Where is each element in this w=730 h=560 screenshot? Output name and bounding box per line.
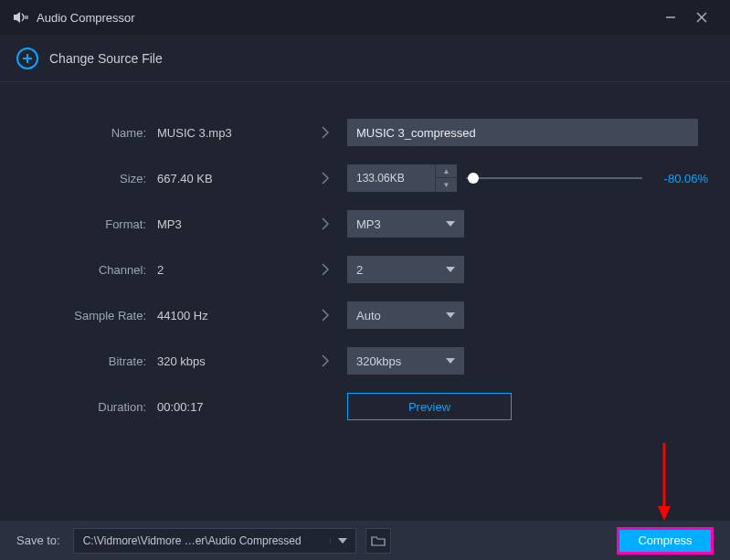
change-source-label: Change Source File (49, 51, 163, 66)
minimize-button[interactable] (655, 1, 686, 34)
plus-circle-icon (16, 48, 38, 69)
save-path-value: C:\Vidmore\Vidmore …er\Audio Compressed (74, 534, 330, 547)
row-name: Name: MUSIC 3.mp3 (0, 119, 708, 146)
duration-value: 00:00:17 (157, 400, 303, 414)
chevron-right-icon (303, 263, 347, 276)
chevron-down-icon (446, 312, 455, 318)
bitrate-value: 320 kbps (157, 354, 303, 368)
chevron-right-icon (303, 354, 347, 367)
folder-icon (371, 534, 386, 547)
size-spinner[interactable]: 133.06KB ▲ ▼ (347, 164, 457, 192)
name-label: Name: (0, 126, 157, 140)
audio-icon (13, 10, 29, 25)
bitrate-label: Bitrate: (0, 354, 157, 368)
channel-select[interactable]: 2 (347, 256, 464, 283)
chevron-right-icon (303, 217, 347, 230)
size-percent: -80.06% (650, 172, 708, 185)
bitrate-select[interactable]: 320kbps (347, 347, 464, 375)
bitrate-select-value: 320kbps (356, 354, 401, 368)
format-value: MP3 (157, 217, 303, 231)
size-slider[interactable] (466, 177, 642, 179)
name-value: MUSIC 3.mp3 (157, 126, 303, 140)
svg-rect-0 (14, 15, 16, 20)
open-folder-button[interactable] (365, 528, 391, 554)
close-button[interactable] (686, 1, 717, 34)
save-to-label: Save to: (16, 534, 60, 547)
spinner-up-icon[interactable]: ▲ (436, 164, 457, 178)
size-spinner-value: 133.06KB (347, 172, 435, 185)
compress-label: Compress (638, 534, 692, 547)
row-bitrate: Bitrate: 320 kbps 320kbps (0, 347, 708, 375)
chevron-down-icon (446, 221, 455, 227)
channel-value: 2 (157, 263, 303, 277)
compress-button[interactable]: Compress (617, 527, 714, 555)
main-panel: Name: MUSIC 3.mp3 Size: 667.40 KB 133.06… (0, 82, 730, 420)
size-value: 667.40 KB (157, 172, 303, 185)
channel-label: Channel: (0, 263, 157, 277)
format-select-value: MP3 (356, 217, 381, 231)
output-name-input[interactable] (347, 119, 698, 146)
row-channel: Channel: 2 2 (0, 256, 708, 283)
format-select[interactable]: MP3 (347, 210, 464, 238)
chevron-right-icon (303, 172, 347, 185)
footer-bar: Save to: C:\Vidmore\Vidmore …er\Audio Co… (0, 521, 730, 560)
row-size: Size: 667.40 KB 133.06KB ▲ ▼ -80.06% (0, 164, 708, 192)
sample-rate-select[interactable]: Auto (347, 301, 464, 329)
sample-rate-value: 44100 Hz (157, 309, 303, 322)
chevron-down-icon (446, 267, 455, 272)
spinner-down-icon[interactable]: ▼ (436, 178, 457, 192)
chevron-right-icon (303, 309, 347, 322)
size-label: Size: (0, 172, 157, 185)
app-logo: Audio Compressor (13, 10, 135, 25)
preview-label: Preview (408, 400, 450, 414)
sample-rate-select-value: Auto (356, 309, 381, 322)
duration-label: Duration: (0, 400, 157, 414)
row-duration: Duration: 00:00:17 Preview (0, 393, 708, 420)
chevron-down-icon[interactable] (330, 538, 355, 544)
titlebar: Audio Compressor (0, 0, 730, 35)
save-path-select[interactable]: C:\Vidmore\Vidmore …er\Audio Compressed (73, 528, 356, 554)
row-format: Format: MP3 MP3 (0, 210, 708, 238)
sample-rate-label: Sample Rate: (0, 309, 157, 322)
chevron-right-icon (303, 126, 347, 139)
row-sample-rate: Sample Rate: 44100 Hz Auto (0, 301, 708, 329)
preview-button[interactable]: Preview (347, 393, 512, 420)
channel-select-value: 2 (356, 263, 363, 277)
app-title: Audio Compressor (37, 11, 135, 25)
svg-marker-9 (658, 506, 671, 521)
chevron-down-icon (446, 358, 455, 364)
format-label: Format: (0, 217, 157, 231)
callout-arrow-icon (655, 438, 673, 521)
change-source-bar[interactable]: Change Source File (0, 35, 730, 82)
slider-thumb[interactable] (468, 173, 479, 184)
